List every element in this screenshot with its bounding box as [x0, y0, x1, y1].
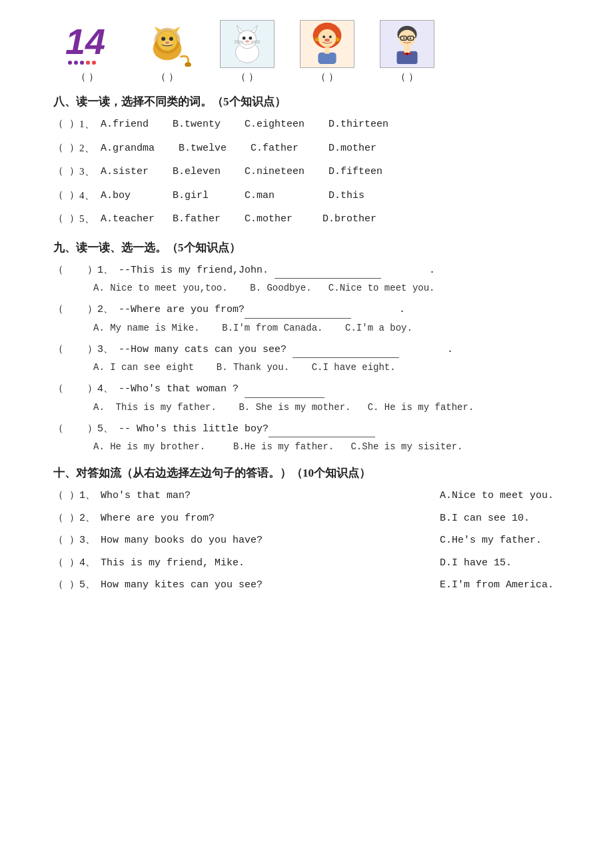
q9-2-stem: --Where are you from? .	[119, 301, 573, 319]
svg-rect-41	[404, 47, 410, 53]
section9-questions: （ ） 1、 --This is my friend,John. . A. Ni…	[53, 262, 573, 453]
q9-3-paren: （ ）	[53, 341, 97, 359]
q10-2: （ ） 2、 Where are you from? B.I can see 1…	[53, 510, 573, 527]
q10-5-paren: （ ）	[53, 577, 79, 594]
q9-3-options: A. I can see eight B. Thank you. C.I hav…	[93, 362, 573, 373]
q9-4-options: A. This is my father. B. She is my mothe…	[93, 402, 573, 413]
woman-icon	[301, 21, 353, 67]
image-item-4	[300, 20, 354, 68]
q8-3-num: 3、	[79, 163, 101, 181]
q9-4: （ ） 4、 --Who's that woman ?	[53, 381, 573, 398]
section10-questions: （ ） 1、 Who's that man? A.Nice to meet yo…	[53, 487, 573, 594]
q8-1-num: 1、	[79, 116, 101, 133]
svg-rect-28	[324, 47, 330, 54]
top-images-section: 14	[60, 20, 573, 68]
q8-1: （ ） 1、 A.friend B.twenty C.eighteen D.th…	[53, 116, 573, 133]
image-box-cat	[220, 20, 275, 68]
q9-5-num: 5、	[97, 421, 119, 438]
image-box-woman	[300, 20, 354, 68]
section8-questions: （ ） 1、 A.friend B.twenty C.eighteen D.th…	[53, 116, 573, 228]
image-item-5	[380, 20, 434, 68]
q8-2-paren: （ ）	[53, 140, 79, 157]
q9-2-paren: （ ）	[53, 301, 97, 319]
svg-point-26	[324, 39, 330, 42]
svg-point-17	[245, 40, 249, 43]
q10-1-paren: （ ）	[53, 487, 79, 505]
q10-2-paren: （ ）	[53, 510, 79, 527]
svg-point-5	[161, 37, 165, 41]
q9-5-stem: -- Who's this little boy?	[119, 421, 573, 438]
svg-point-23	[318, 29, 336, 47]
q10-4: （ ） 4、 This is my friend, Mike. D.I have…	[53, 555, 573, 572]
q8-2-num: 2、	[79, 140, 101, 157]
q10-2-num: 2、	[79, 510, 101, 527]
q8-5: （ ） 5、 A.teacher B.father C.mother D.bro…	[53, 211, 573, 228]
paren-3: （ ）	[220, 71, 275, 83]
number-14: 14	[65, 23, 105, 59]
q9-3-stem: --How many cats can you see? .	[119, 341, 573, 359]
svg-point-24	[322, 35, 325, 38]
paren-2: （ ）	[140, 71, 195, 83]
svg-point-44	[406, 53, 408, 55]
image-box-teacher	[380, 20, 434, 68]
image-item-2	[140, 20, 195, 68]
q9-5-paren: （ ）	[53, 421, 97, 438]
svg-point-15	[243, 37, 246, 40]
lion-icon	[141, 21, 193, 67]
image-item-1: 14	[60, 20, 115, 68]
svg-point-29	[315, 37, 319, 41]
q9-1-paren: （ ）	[53, 262, 97, 279]
section9-title: 九、读一读、选一选。（5个知识点）	[53, 240, 573, 255]
q10-5-right: E.I'm from America.	[440, 577, 573, 594]
q9-1: （ ） 1、 --This is my friend,John. .	[53, 262, 573, 279]
q10-2-left: Where are you from?	[101, 510, 440, 527]
q9-5: （ ） 5、 -- Who's this little boy?	[53, 421, 573, 438]
q10-3-num: 3、	[79, 532, 101, 549]
q9-4-num: 4、	[97, 381, 119, 398]
svg-point-25	[329, 35, 332, 38]
q10-4-right: D.I have 15.	[440, 555, 573, 572]
svg-point-6	[169, 37, 173, 41]
q9-3-num: 3、	[97, 341, 119, 359]
q9-5-options: A. He is my brother. B.He is my father. …	[93, 441, 573, 452]
paren-1: （ ）	[60, 71, 115, 83]
q8-5-content: A.teacher B.father C.mother D.brother	[101, 211, 573, 228]
q10-1-right: A.Nice to meet you.	[440, 487, 573, 505]
q10-5-left: How many kites can you see?	[101, 577, 440, 594]
paren-4: （ ）	[300, 71, 354, 83]
q9-4-stem: --Who's that woman ?	[119, 381, 573, 398]
q10-5-num: 5、	[79, 577, 101, 594]
q10-4-paren: （ ）	[53, 555, 79, 572]
q8-4-num: 4、	[79, 187, 101, 205]
q10-2-right: B.I can see 10.	[440, 510, 573, 527]
q8-5-paren: （ ）	[53, 211, 79, 228]
paren-5: （ ）	[380, 71, 434, 83]
q9-4-paren: （ ）	[53, 381, 97, 398]
q10-3-paren: （ ）	[53, 532, 79, 549]
q8-1-content: A.friend B.twenty C.eighteen D.thirteen	[101, 116, 573, 133]
q8-4-content: A.boy B.girl C.man D.this	[101, 187, 573, 205]
svg-point-30	[336, 37, 340, 41]
q8-2: （ ） 2、 A.grandma B.twelve C.father D.mot…	[53, 140, 573, 157]
q10-4-num: 4、	[79, 555, 101, 572]
q9-2-options: A. My name is Mike. B.I'm from Canada. C…	[93, 323, 573, 333]
q8-1-paren: （ ）	[53, 116, 79, 133]
q9-2: （ ） 2、 --Where are you from? .	[53, 301, 573, 319]
q8-3-content: A.sister B.eleven C.nineteen D.fifteen	[101, 163, 573, 181]
svg-point-7	[165, 41, 169, 44]
q8-3: （ ） 3、 A.sister B.eleven C.nineteen D.fi…	[53, 163, 573, 181]
section8-title: 八、读一读，选择不同类的词。（5个知识点）	[53, 94, 573, 109]
image-item-3	[220, 20, 275, 68]
svg-point-39	[410, 37, 411, 39]
q8-3-paren: （ ）	[53, 163, 79, 181]
q10-3-right: C.He's my father.	[440, 532, 573, 549]
q9-3: （ ） 3、 --How many cats can you see? .	[53, 341, 573, 359]
svg-point-16	[249, 37, 252, 40]
q10-1-num: 1、	[79, 487, 101, 505]
cat-icon	[221, 21, 273, 67]
svg-marker-14	[251, 25, 258, 33]
q10-3-left: How many books do you have?	[101, 532, 440, 549]
q9-1-options: A. Nice to meet you,too. B. Goodbye. C.N…	[93, 283, 573, 293]
q10-1-left: Who's that man?	[101, 487, 440, 505]
parens-row: （ ） （ ） （ ） （ ） （ ）	[60, 71, 573, 83]
